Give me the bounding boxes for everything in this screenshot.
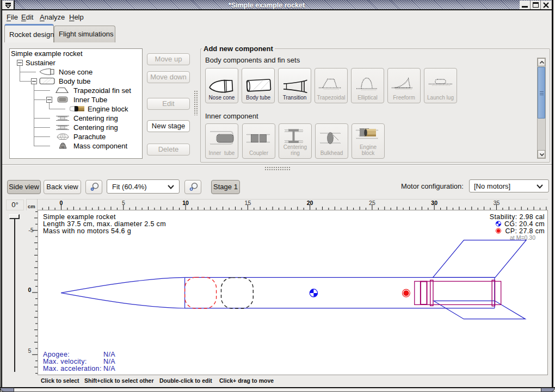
svg-text:Stability: 2.98 cal: Stability: 2.98 cal bbox=[490, 213, 545, 221]
svg-text:at M=0.30: at M=0.30 bbox=[510, 234, 535, 241]
svg-text:kg: kg bbox=[61, 145, 65, 148]
svg-text:15: 15 bbox=[245, 200, 251, 206]
svg-text:N/A: N/A bbox=[103, 365, 115, 372]
svg-text:-5: -5 bbox=[28, 227, 33, 233]
svg-text:35: 35 bbox=[494, 200, 500, 206]
svg-text:0: 0 bbox=[60, 200, 63, 206]
svg-text:Length 37.5 cm, max. diameter: Length 37.5 cm, max. diameter 2.5 cm bbox=[43, 220, 166, 228]
svg-text:Apogee:: Apogee: bbox=[43, 351, 70, 358]
svg-text:20: 20 bbox=[307, 200, 313, 206]
svg-text:Mass with no motors 54.6 g: Mass with no motors 54.6 g bbox=[43, 227, 131, 235]
svg-text:Max. velocity:: Max. velocity: bbox=[43, 358, 87, 365]
svg-text:10: 10 bbox=[182, 200, 189, 206]
svg-text:5: 5 bbox=[28, 347, 32, 354]
svg-text:N/A: N/A bbox=[103, 351, 115, 358]
svg-text:Max. acceleration:: Max. acceleration: bbox=[43, 365, 102, 372]
svg-text:25: 25 bbox=[369, 200, 375, 206]
svg-text:0: 0 bbox=[28, 287, 32, 293]
svg-text:Simple example rocket: Simple example rocket bbox=[43, 213, 116, 221]
svg-text:CG: 20.4 cm: CG: 20.4 cm bbox=[504, 220, 545, 228]
svg-text:5: 5 bbox=[122, 200, 125, 206]
svg-text:30: 30 bbox=[431, 200, 437, 206]
svg-text:N/A: N/A bbox=[103, 358, 115, 365]
